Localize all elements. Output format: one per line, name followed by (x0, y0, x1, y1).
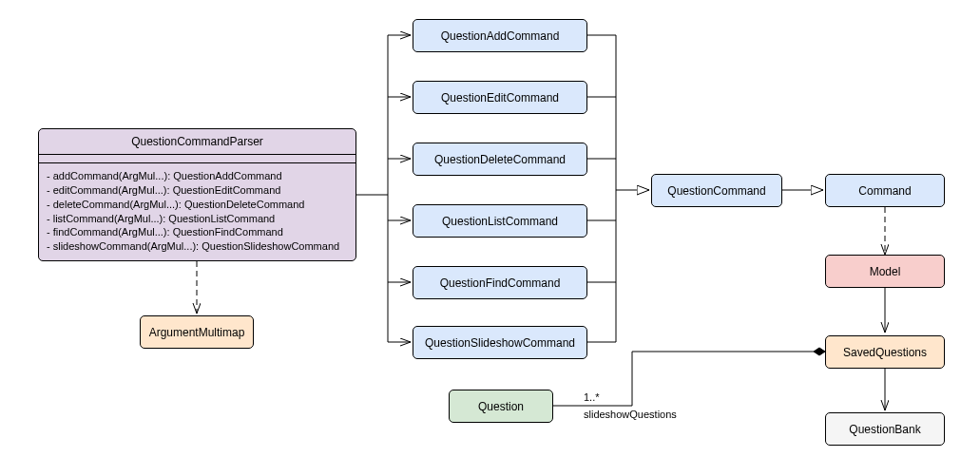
node-label: QuestionFindCommand (440, 276, 561, 290)
node-label: QuestionAddCommand (441, 29, 560, 43)
node-label: ArgumentMultimap (149, 326, 245, 339)
parser-methods: - addCommand(ArgMul...): QuestionAddComm… (39, 163, 355, 259)
parser-attributes-empty (39, 155, 355, 163)
node-label: QuestionCommand (667, 184, 765, 198)
argumentmultimap-node: ArgumentMultimap (140, 315, 254, 349)
node-label: QuestionDeleteCommand (434, 153, 566, 166)
node-label: Command (858, 184, 911, 198)
questionbank-node: QuestionBank (825, 412, 945, 446)
questioncommand-node: QuestionCommand (651, 174, 782, 207)
node-label: QuestionSlideshowCommand (425, 336, 575, 350)
node-label: QuestionBank (849, 423, 920, 436)
model-node: Model (825, 255, 945, 288)
questionfindcommand-node: QuestionFindCommand (413, 266, 587, 299)
node-label: SavedQuestions (843, 346, 927, 359)
node-label: QuestionEditCommand (441, 91, 559, 105)
node-label: Model (870, 265, 901, 278)
parser-title: QuestionCommandParser (39, 129, 355, 155)
node-label: QuestionListCommand (442, 215, 558, 228)
questioncommandparser-class: QuestionCommandParser - addCommand(ArgMu… (38, 128, 356, 261)
questionaddcommand-node: QuestionAddCommand (413, 19, 587, 52)
multiplicity-label: 1..* (584, 391, 600, 403)
questionlistcommand-node: QuestionListCommand (413, 204, 587, 238)
command-node: Command (825, 174, 945, 207)
role-label: slideshowQuestions (584, 409, 677, 420)
questiondeletecommand-node: QuestionDeleteCommand (413, 143, 587, 176)
questionslideshowcommand-node: QuestionSlideshowCommand (413, 326, 587, 359)
node-label: Question (478, 400, 524, 413)
questioneditcommand-node: QuestionEditCommand (413, 81, 587, 114)
question-node: Question (449, 390, 553, 423)
savedquestions-node: SavedQuestions (825, 335, 945, 369)
